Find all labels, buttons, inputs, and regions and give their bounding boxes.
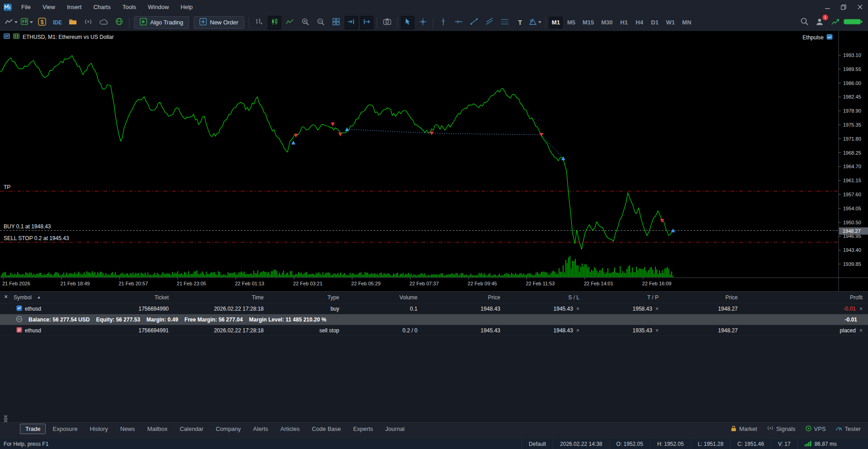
broadcast-button[interactable] <box>81 16 95 29</box>
screenshot-button[interactable] <box>380 16 394 29</box>
tab-codebase[interactable]: Code Base <box>306 424 346 434</box>
ide-button[interactable]: IDE <box>51 16 64 29</box>
new-chart-dropdown[interactable] <box>5 16 18 29</box>
tab-experts[interactable]: Experts <box>348 424 379 434</box>
column-profit[interactable]: Profit <box>739 294 868 301</box>
price-scale-label[interactable]: 1989.55 <box>843 66 861 72</box>
bar-chart-mode-button[interactable] <box>252 16 266 29</box>
cloud-button[interactable] <box>97 16 110 29</box>
time-axis-label[interactable]: 22 Feb 01:13 <box>235 281 264 286</box>
minimize-button[interactable] <box>819 0 835 14</box>
price-scale-label[interactable]: 1943.40 <box>843 247 861 253</box>
column-type[interactable]: Type <box>265 294 340 301</box>
timeframe-m30[interactable]: M30 <box>598 17 615 28</box>
chart-shift-button[interactable] <box>360 16 374 29</box>
tab-history[interactable]: History <box>84 424 113 434</box>
menu-insert[interactable]: Insert <box>61 0 88 14</box>
timeframe-m15[interactable]: M15 <box>580 17 597 28</box>
zoom-out-button[interactable] <box>314 16 327 29</box>
price-scale-label[interactable]: 1975.35 <box>843 122 861 128</box>
tab-mailbox[interactable]: Mailbox <box>142 424 173 434</box>
menu-window[interactable]: Window <box>142 0 175 14</box>
time-axis-label[interactable]: 22 Feb 03:21 <box>293 281 323 286</box>
column-volume[interactable]: Volume <box>340 294 418 301</box>
time-axis-label[interactable]: 22 Feb 05:29 <box>351 281 381 286</box>
column-tp[interactable]: T / P <box>580 294 659 301</box>
chart-canvas[interactable]: TPBUY 0.1 at 1948.43SELL STOP 0.2 at 194… <box>0 31 868 291</box>
price-scale-label[interactable]: 1968.25 <box>843 150 861 156</box>
channel-tool[interactable] <box>483 16 496 29</box>
remove-tp-button[interactable]: × <box>655 328 659 333</box>
trendline-tool[interactable] <box>467 16 481 29</box>
price-scale-label[interactable]: 1982.45 <box>843 94 861 99</box>
menu-tools[interactable]: Tools <box>117 0 142 14</box>
column-ticket[interactable]: Ticket <box>79 294 170 301</box>
column-time[interactable]: Time <box>170 294 265 301</box>
tab-journal[interactable]: Journal <box>380 424 410 434</box>
tab-tester[interactable]: Tester <box>836 425 861 432</box>
tile-windows-button[interactable] <box>329 16 343 29</box>
time-axis-label[interactable]: 21 Feb 23:05 <box>177 281 206 286</box>
price-scale-label[interactable]: 1964.70 <box>843 164 861 169</box>
price-scale-label[interactable]: 1978.90 <box>843 108 861 113</box>
chart-profile-dropdown[interactable] <box>20 16 33 29</box>
table-row-order[interactable]: ethusd 1756694991 2026.02.22 17:28:18 se… <box>0 325 868 336</box>
algo-trading-button[interactable]: Algo Trading <box>134 16 189 29</box>
tab-alerts[interactable]: Alerts <box>248 424 274 434</box>
menu-file[interactable]: File <box>15 0 37 14</box>
horizontal-line-tool[interactable] <box>452 16 465 29</box>
close-position-button[interactable]: × <box>859 306 863 312</box>
time-axis-label[interactable]: 21 Feb 2026 <box>2 281 30 286</box>
timeframe-mn[interactable]: MN <box>679 17 694 28</box>
remove-sl-button[interactable]: × <box>576 306 579 312</box>
fibonacci-tool[interactable] <box>498 16 512 29</box>
time-axis-label[interactable]: 22 Feb 14:01 <box>584 281 613 286</box>
time-axis-label[interactable]: 21 Feb 18:49 <box>61 281 90 286</box>
price-scale-label[interactable]: 1950.50 <box>843 220 861 225</box>
price-scale-label[interactable]: 1954.05 <box>843 206 861 211</box>
tab-company[interactable]: Company <box>210 424 247 434</box>
column-price2[interactable]: Price <box>659 294 739 301</box>
maximize-button[interactable] <box>835 0 852 14</box>
vertical-line-tool[interactable] <box>436 16 450 29</box>
cursor-tool-button[interactable] <box>401 16 414 29</box>
auto-scroll-button[interactable] <box>345 16 358 29</box>
menu-help[interactable]: Help <box>175 0 199 14</box>
timeframe-h4[interactable]: H4 <box>633 17 646 28</box>
price-scale-label[interactable]: 1939.85 <box>843 261 861 267</box>
time-axis-label[interactable]: 22 Feb 11:53 <box>526 281 555 286</box>
column-sl[interactable]: S / L <box>501 294 580 301</box>
price-scale-label[interactable]: 1993.10 <box>843 52 861 58</box>
tab-market[interactable]: Market <box>731 425 757 433</box>
symbols-button[interactable]: $ <box>35 16 49 29</box>
timeframe-d1[interactable]: D1 <box>648 17 662 28</box>
delete-order-button[interactable]: × <box>859 328 863 333</box>
price-scale-label[interactable]: 1961.15 <box>843 178 861 183</box>
account-button[interactable]: 1 <box>813 16 826 29</box>
price-scale-label[interactable]: 1971.80 <box>843 136 861 142</box>
zoom-in-button[interactable] <box>299 16 312 29</box>
time-axis-label[interactable]: 22 Feb 16:09 <box>642 281 672 286</box>
chart-window-icon[interactable] <box>13 33 19 40</box>
tab-articles[interactable]: Articles <box>275 424 305 434</box>
table-row-position[interactable]: ethusd 1756694990 2026.02.22 17:28:18 bu… <box>0 303 868 314</box>
data-folder-button[interactable] <box>66 16 80 29</box>
status-profile[interactable]: Default <box>522 439 553 449</box>
web-globe-button[interactable] <box>112 16 126 29</box>
remove-tp-button[interactable]: × <box>655 306 659 312</box>
stats-button[interactable] <box>828 16 842 29</box>
crosshair-tool-button[interactable] <box>416 16 430 29</box>
tab-news[interactable]: News <box>115 424 141 434</box>
time-axis-label[interactable]: 21 Feb 20:57 <box>119 281 148 286</box>
new-order-button[interactable]: New Order <box>194 16 244 29</box>
close-button[interactable] <box>852 0 868 14</box>
tab-vps[interactable]: VPS <box>806 425 826 433</box>
menu-view[interactable]: View <box>37 0 61 14</box>
candlestick-mode-button[interactable] <box>268 16 281 29</box>
tab-trade[interactable]: Trade <box>20 424 46 434</box>
chart-window-icon[interactable] <box>4 33 10 40</box>
search-button[interactable] <box>797 16 811 29</box>
menu-charts[interactable]: Charts <box>87 0 116 14</box>
text-tool[interactable]: T <box>513 16 527 29</box>
timeframe-m5[interactable]: M5 <box>564 17 578 28</box>
